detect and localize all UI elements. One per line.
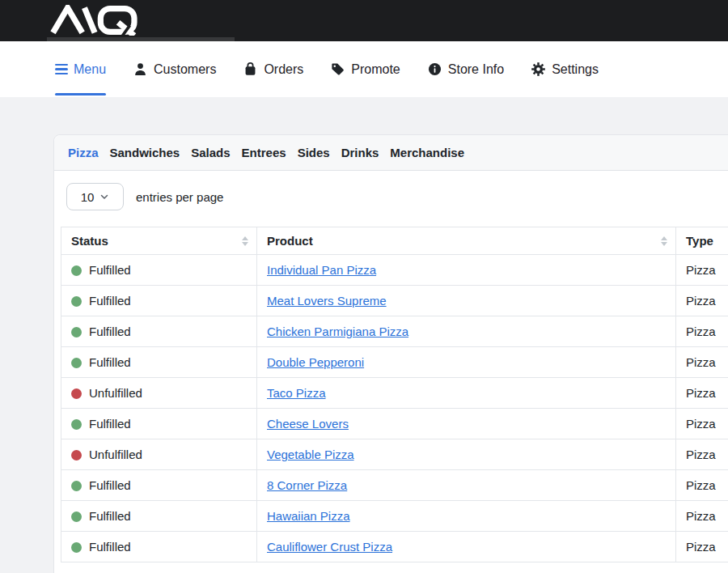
type-label: Pizza	[686, 509, 716, 523]
nav-item-label: Orders	[264, 62, 303, 77]
product-cell: Hawaiian Pizza	[257, 501, 676, 532]
nav-item-customers[interactable]: Customers	[133, 41, 216, 97]
nav-item-menu[interactable]: Menu	[55, 41, 106, 97]
category-tab[interactable]: Pizza	[68, 146, 99, 159]
sort-icon[interactable]	[661, 236, 667, 246]
status-dot	[71, 450, 82, 461]
product-link[interactable]: Cheese Lovers	[267, 417, 349, 431]
status-cell: Fulfilled	[61, 316, 257, 347]
product-link[interactable]: Hawaiian Pizza	[267, 509, 350, 523]
category-tab[interactable]: Drinks	[341, 146, 379, 159]
category-tab[interactable]: Sides	[298, 146, 330, 159]
category-tab-label: Drinks	[341, 146, 379, 159]
category-tab-label: Merchandise	[390, 146, 464, 159]
product-link[interactable]: Taco Pizza	[267, 386, 326, 400]
table-row: Unfulfilled Vegetable Pizza Pizza	[61, 439, 728, 470]
status-label: Fulfilled	[89, 325, 131, 338]
product-cell: Cheese Lovers	[257, 409, 676, 439]
category-tab-label: Pizza	[68, 146, 99, 159]
product-link[interactable]: Vegetable Pizza	[267, 448, 354, 461]
category-tab[interactable]: Sandwiches	[110, 146, 180, 159]
status-label: Fulfilled	[89, 509, 131, 523]
type-cell: Pizza	[676, 532, 728, 562]
product-link[interactable]: Meat Lovers Supreme	[267, 294, 387, 308]
person-icon	[133, 62, 148, 77]
column-header-status[interactable]: Status	[61, 227, 257, 255]
status-dot	[71, 542, 82, 553]
entries-per-page-select[interactable]: 10	[66, 183, 124, 210]
hamburger-icon	[55, 64, 68, 75]
type-label: Pizza	[686, 478, 716, 492]
product-cell: Taco Pizza	[257, 378, 676, 409]
column-header-label: Product	[267, 234, 313, 248]
product-link[interactable]: Individual Pan Pizza	[267, 263, 376, 277]
status-label: Fulfilled	[89, 355, 131, 369]
product-cell: Vegetable Pizza	[257, 439, 676, 470]
status-cell: Fulfilled	[61, 286, 257, 316]
type-label: Pizza	[686, 386, 716, 400]
status-label: Fulfilled	[89, 478, 131, 492]
product-link[interactable]: Cauliflower Crust Pizza	[267, 540, 392, 554]
product-link[interactable]: 8 Corner Pizza	[267, 478, 347, 492]
table-row: Fulfilled Double Pepperoni Pizza	[61, 347, 728, 378]
type-label: Pizza	[686, 417, 716, 431]
category-tab[interactable]: Salads	[191, 146, 230, 159]
type-label: Pizza	[686, 540, 716, 554]
category-tab[interactable]: Merchandise	[390, 146, 464, 159]
sort-icon[interactable]	[242, 236, 248, 246]
nav-item-label: Menu	[74, 62, 106, 77]
type-cell: Pizza	[676, 286, 728, 316]
category-tab-label: Sides	[298, 146, 330, 159]
type-cell: Pizza	[676, 347, 728, 378]
product-cell: Cauliflower Crust Pizza	[257, 532, 676, 562]
status-dot	[71, 388, 82, 399]
column-header-product[interactable]: Product	[257, 227, 676, 255]
entries-per-page-label: entries per page	[136, 190, 223, 204]
products-table: Status Product Type	[61, 227, 728, 562]
nav-item-orders[interactable]: Orders	[243, 41, 303, 97]
gear-icon	[531, 62, 546, 77]
status-label: Unfulfilled	[89, 386, 142, 400]
type-label: Pizza	[686, 294, 716, 308]
category-tab-label: Sandwiches	[110, 146, 180, 159]
status-dot	[71, 265, 82, 276]
product-link[interactable]: Chicken Parmigiana Pizza	[267, 325, 408, 338]
column-header-type[interactable]: Type	[676, 227, 728, 255]
status-dot	[71, 358, 82, 368]
status-label: Fulfilled	[89, 294, 131, 308]
status-cell: Fulfilled	[61, 532, 257, 562]
type-cell: Pizza	[676, 316, 728, 347]
entries-per-page-value: 10	[81, 190, 95, 204]
type-label: Pizza	[686, 263, 716, 277]
status-cell: Fulfilled	[61, 470, 257, 501]
product-link[interactable]: Double Pepperoni	[267, 355, 364, 369]
type-label: Pizza	[686, 325, 716, 338]
status-dot	[71, 511, 82, 522]
type-cell: Pizza	[676, 439, 728, 470]
type-cell: Pizza	[676, 409, 728, 439]
status-label: Fulfilled	[89, 263, 131, 277]
product-cell: Individual Pan Pizza	[257, 255, 676, 286]
nav-item-promote[interactable]: Promote	[330, 41, 400, 97]
nav-item-label: Promote	[351, 62, 400, 77]
type-label: Pizza	[686, 355, 716, 369]
status-cell: Fulfilled	[61, 347, 257, 378]
column-header-label: Status	[71, 234, 108, 248]
bag-icon	[243, 62, 258, 77]
nav-item-label: Store Info	[448, 62, 504, 77]
nav-item-store-info[interactable]: Store Info	[427, 41, 504, 97]
table-controls: 10 entries per page	[54, 171, 728, 210]
category-tab[interactable]: Entrees	[242, 146, 286, 159]
status-cell: Unfulfilled	[61, 439, 257, 470]
status-dot	[71, 419, 82, 430]
products-table-body: Fulfilled Individual Pan Pizza Pizza	[61, 255, 728, 562]
product-cell: 8 Corner Pizza	[257, 470, 676, 501]
info-circle-icon	[427, 62, 442, 77]
type-cell: Pizza	[676, 470, 728, 501]
category-tab-label: Salads	[191, 146, 230, 159]
aiq-logo	[48, 5, 143, 39]
nav-item-settings[interactable]: Settings	[531, 41, 599, 97]
table-row: Unfulfilled Taco Pizza Pizza	[61, 378, 728, 409]
nav-item-label: Settings	[552, 62, 599, 77]
nav-item-label: Customers	[154, 62, 216, 77]
